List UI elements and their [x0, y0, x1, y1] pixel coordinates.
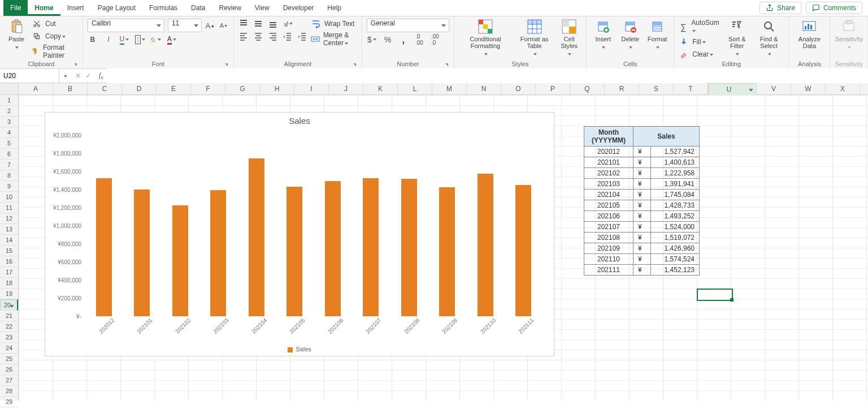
tab-file[interactable]: File [3, 0, 28, 16]
row-header-6[interactable]: 6 [0, 149, 18, 160]
row-header-4[interactable]: 4 [0, 127, 18, 138]
wrap-text-button[interactable]: Wrap Text [311, 19, 357, 29]
cell-sales[interactable]: 1,519,072 [651, 233, 700, 243]
column-header-A[interactable]: A [19, 83, 53, 94]
number-format-select[interactable]: General [367, 19, 449, 32]
insert-cells-button[interactable]: Insert [591, 19, 615, 50]
column-header-B[interactable]: B [53, 83, 88, 94]
tab-home[interactable]: Home [28, 0, 60, 16]
column-header-F[interactable]: F [191, 83, 225, 94]
cell-currency[interactable]: ¥ [633, 168, 651, 179]
cancel-formula-icon[interactable]: ✕ [75, 72, 81, 80]
namebox-dropdown-icon[interactable] [59, 72, 71, 80]
align-bottom-icon[interactable] [268, 19, 278, 29]
column-header-I[interactable]: I [294, 83, 329, 94]
enter-formula-icon[interactable]: ✓ [85, 72, 91, 80]
cell-currency[interactable]: ¥ [633, 254, 651, 265]
comma-format-icon[interactable]: , [398, 35, 409, 45]
row-header-18[interactable]: 18 [0, 278, 18, 289]
cut-button[interactable]: Cut [32, 19, 78, 29]
tab-review[interactable]: Review [212, 0, 248, 16]
row-header-23[interactable]: 23 [0, 332, 18, 343]
chart-bar[interactable] [134, 190, 150, 316]
paste-button[interactable]: Paste [5, 19, 28, 50]
find-select-button[interactable]: Find & Select [754, 19, 784, 57]
cell-sales[interactable]: 1,527,942 [651, 147, 700, 157]
cell-month[interactable]: 202106 [584, 211, 633, 222]
cell-month[interactable]: 202109 [584, 243, 633, 254]
column-header-P[interactable]: P [536, 83, 570, 94]
tab-developer[interactable]: Developer [276, 0, 321, 16]
column-header-G[interactable]: G [225, 83, 260, 94]
clear-button[interactable]: Clear [679, 49, 720, 59]
row-header-13[interactable]: 13 [0, 224, 18, 235]
delete-cells-button[interactable]: Delete [618, 19, 642, 50]
row-header-28[interactable]: 28 [0, 386, 18, 397]
cell-month[interactable]: 202103 [584, 179, 633, 190]
row-header-9[interactable]: 9 [0, 181, 18, 192]
chart-bar[interactable] [363, 178, 379, 316]
tab-data[interactable]: Data [184, 0, 212, 16]
cell-currency[interactable]: ¥ [633, 265, 651, 276]
formula-input[interactable] [107, 68, 868, 83]
underline-button[interactable]: U [119, 35, 129, 45]
share-button[interactable]: Share [760, 2, 801, 14]
cell-month[interactable]: 202110 [584, 254, 633, 265]
cell-sales[interactable]: 1,524,000 [651, 222, 700, 233]
chart-bar[interactable] [401, 179, 417, 316]
tab-view[interactable]: View [248, 0, 276, 16]
align-right-icon[interactable] [268, 31, 278, 41]
column-header-C[interactable]: C [88, 83, 122, 94]
font-size-select[interactable]: 11 [168, 19, 202, 32]
format-painter-button[interactable]: Format Painter [32, 44, 78, 59]
column-header-N[interactable]: N [467, 83, 501, 94]
cell-currency[interactable]: ¥ [633, 190, 651, 200]
column-header-O[interactable]: O [501, 83, 536, 94]
tab-help[interactable]: Help [320, 0, 348, 16]
cell-month[interactable]: 202108 [584, 233, 633, 243]
percent-format-icon[interactable]: % [383, 35, 393, 45]
cell-month[interactable]: 202012 [584, 147, 633, 157]
row-header-14[interactable]: 14 [0, 235, 18, 246]
decrease-indent-icon[interactable] [283, 31, 293, 41]
column-header-S[interactable]: S [639, 83, 674, 94]
column-header-R[interactable]: R [605, 83, 639, 94]
borders-button[interactable] [135, 35, 145, 45]
fx-icon[interactable]: fx [96, 71, 107, 80]
cell-month[interactable]: 202107 [584, 222, 633, 233]
chart-bar[interactable] [478, 174, 493, 316]
cell-month[interactable]: 202104 [584, 190, 633, 200]
row-header-25[interactable]: 25 [0, 354, 18, 364]
bold-button[interactable]: B [88, 35, 98, 45]
row-header-20[interactable]: 20 [0, 299, 18, 311]
column-header-D[interactable]: D [122, 83, 157, 94]
cell-currency[interactable]: ¥ [633, 157, 651, 168]
cell-currency[interactable]: ¥ [633, 222, 651, 233]
select-all-corner[interactable] [0, 83, 19, 94]
paste-dropdown-icon[interactable] [14, 44, 19, 50]
cell-month[interactable]: 202111 [584, 265, 633, 276]
cell-currency[interactable]: ¥ [633, 233, 651, 243]
column-header-K[interactable]: K [363, 83, 398, 94]
comments-button[interactable]: Comments [806, 2, 862, 14]
format-as-table-button[interactable]: Format as Table [515, 19, 553, 57]
cell-sales[interactable]: 1,745,084 [651, 190, 700, 200]
tab-page-layout[interactable]: Page Layout [91, 0, 142, 16]
cell-sales[interactable]: 1,493,252 [651, 211, 700, 222]
cell-month[interactable]: 202102 [584, 168, 633, 179]
row-header-21[interactable]: 21 [0, 311, 18, 321]
row-header-24[interactable]: 24 [0, 343, 18, 354]
merge-center-button[interactable]: Merge & Center [311, 31, 357, 47]
cell-sales[interactable]: 1,452,123 [651, 265, 700, 276]
row-header-11[interactable]: 11 [0, 203, 18, 213]
fill-color-button[interactable] [151, 35, 161, 45]
cell-sales[interactable]: 1,574,524 [651, 254, 700, 265]
row-header-7[interactable]: 7 [0, 160, 18, 170]
increase-font-icon[interactable]: A▲ [205, 20, 215, 31]
fill-button[interactable]: Fill [679, 37, 720, 47]
cell-month[interactable]: 202105 [584, 200, 633, 211]
column-header-W[interactable]: W [791, 83, 826, 94]
conditional-formatting-button[interactable]: Conditional Formatting [459, 19, 512, 57]
cell-sales[interactable]: 1,400,613 [651, 157, 700, 168]
row-header-19[interactable]: 19 [0, 289, 18, 299]
